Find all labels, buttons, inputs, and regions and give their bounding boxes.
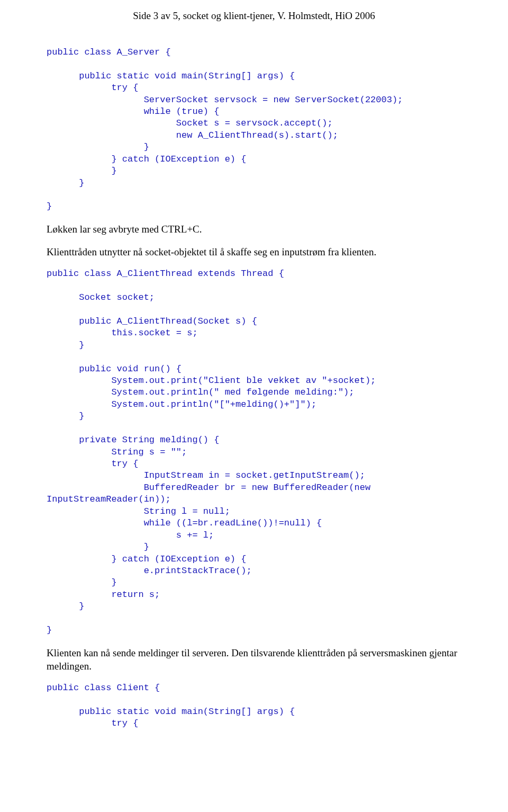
code-block-2: public class A_ClientThread extends Thre… [47,268,461,637]
paragraph-2: Klienttråden utnytter nå socket-objektet… [47,245,461,258]
paragraph-1: Løkken lar seg avbryte med CTRL+C. [47,222,461,236]
code-block-3: public class Client { public static void… [47,682,461,730]
paragraph-3: Klienten kan nå sende meldinger til serv… [47,646,461,673]
code-block-1: public class A_Server { public static vo… [47,47,461,213]
page: Side 3 av 5, socket og klient-tjener, V.… [0,0,508,769]
page-header: Side 3 av 5, socket og klient-tjener, V.… [47,10,461,22]
